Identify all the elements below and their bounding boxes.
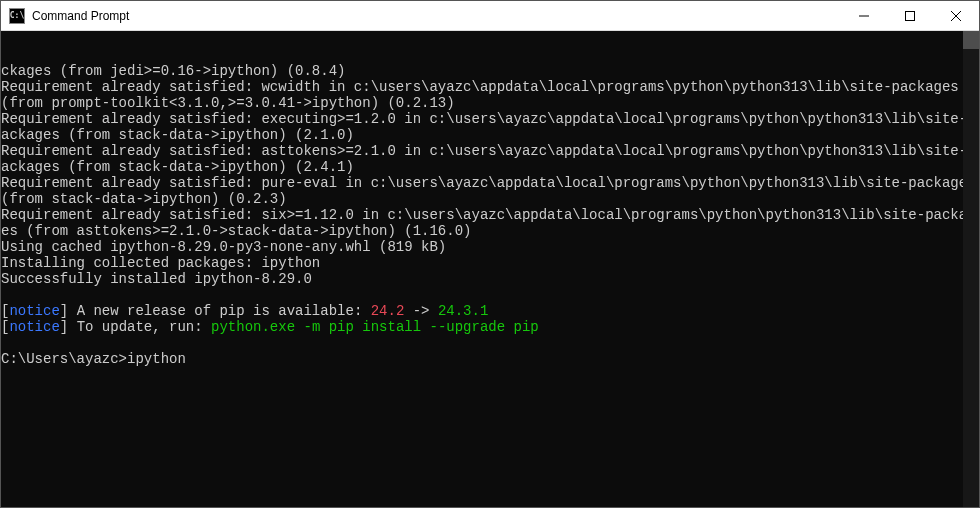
close-icon xyxy=(951,11,961,21)
svg-rect-1 xyxy=(906,11,915,20)
command-prompt-icon: C:\ xyxy=(9,8,25,24)
title-bar-left: C:\ Command Prompt xyxy=(1,8,129,24)
terminal-text-segment: Requirement already satisfied: wcwidth i… xyxy=(1,79,967,111)
command-prompt-window: C:\ Command Prompt ckages (from jedi>=0.… xyxy=(0,0,980,508)
terminal-line xyxy=(1,287,979,303)
terminal-text-segment: ckages (from jedi>=0.16->ipython) (0.8.4… xyxy=(1,63,345,79)
terminal-line xyxy=(1,335,979,351)
minimize-icon xyxy=(859,11,869,21)
maximize-icon xyxy=(905,11,915,21)
terminal-line: Requirement already satisfied: pure-eval… xyxy=(1,175,979,207)
terminal-area[interactable]: ckages (from jedi>=0.16->ipython) (0.8.4… xyxy=(1,31,979,507)
terminal-line: Using cached ipython-8.29.0-py3-none-any… xyxy=(1,239,979,255)
terminal-text-segment: Successfully installed ipython-8.29.0 xyxy=(1,271,312,287)
window-controls xyxy=(841,1,979,30)
scrollbar-track[interactable] xyxy=(963,31,979,507)
terminal-content: ckages (from jedi>=0.16->ipython) (0.8.4… xyxy=(1,63,979,367)
terminal-text-segment: ] A new release of pip is available: xyxy=(60,303,371,319)
terminal-text-segment: notice xyxy=(9,303,59,319)
terminal-line: [notice] To update, run: python.exe -m p… xyxy=(1,319,979,335)
terminal-line: ckages (from jedi>=0.16->ipython) (0.8.4… xyxy=(1,63,979,79)
minimize-button[interactable] xyxy=(841,1,887,30)
terminal-line: Requirement already satisfied: asttokens… xyxy=(1,143,979,175)
terminal-text-segment: Requirement already satisfied: six>=1.12… xyxy=(1,207,976,239)
terminal-text-segment: ] To update, run: xyxy=(60,319,211,335)
terminal-text-segment: -> xyxy=(404,303,438,319)
terminal-line: [notice] A new release of pip is availab… xyxy=(1,303,979,319)
terminal-line: Installing collected packages: ipython xyxy=(1,255,979,271)
terminal-line: C:\Users\ayazc>ipython xyxy=(1,351,979,367)
terminal-text-segment: Requirement already satisfied: asttokens… xyxy=(1,143,976,175)
close-button[interactable] xyxy=(933,1,979,30)
title-bar: C:\ Command Prompt xyxy=(1,1,979,31)
terminal-text-segment: Installing collected packages: ipython xyxy=(1,255,320,271)
terminal-line: Requirement already satisfied: six>=1.12… xyxy=(1,207,979,239)
terminal-text-segment: Requirement already satisfied: pure-eval… xyxy=(1,175,979,207)
terminal-line: Requirement already satisfied: wcwidth i… xyxy=(1,79,979,111)
terminal-line: Requirement already satisfied: executing… xyxy=(1,111,979,143)
terminal-text-segment: python.exe -m pip install --upgrade pip xyxy=(211,319,539,335)
scrollbar-thumb[interactable] xyxy=(963,31,979,49)
maximize-button[interactable] xyxy=(887,1,933,30)
terminal-text-segment: Using cached ipython-8.29.0-py3-none-any… xyxy=(1,239,446,255)
terminal-text-segment: C:\Users\ayazc>ipython xyxy=(1,351,186,367)
window-title: Command Prompt xyxy=(32,9,129,23)
terminal-text-segment: 24.3.1 xyxy=(438,303,488,319)
terminal-text-segment: 24.2 xyxy=(371,303,405,319)
terminal-text-segment: notice xyxy=(9,319,59,335)
terminal-text-segment: Requirement already satisfied: executing… xyxy=(1,111,976,143)
terminal-line: Successfully installed ipython-8.29.0 xyxy=(1,271,979,287)
